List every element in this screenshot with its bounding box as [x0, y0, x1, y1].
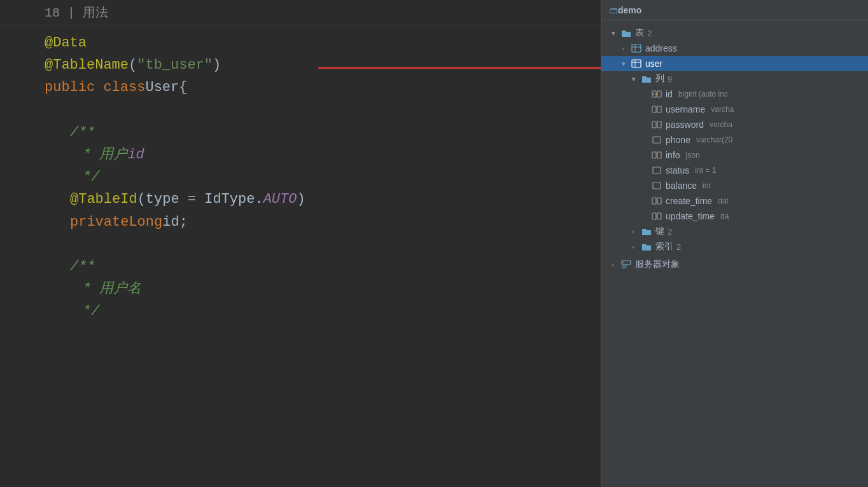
- chevron-indexes: [632, 243, 641, 250]
- col-icon-password: [651, 119, 662, 130]
- col-password-type: varcha: [710, 120, 732, 129]
- user-label: user: [645, 58, 662, 69]
- folder-icon-indexes: [641, 241, 652, 252]
- code-line-5: /**: [45, 121, 588, 144]
- col-id-type: bigint (auto inc: [678, 90, 728, 99]
- chevron-address: [622, 45, 631, 52]
- columns-label: 列: [655, 73, 664, 85]
- svg-rect-5: [632, 60, 641, 67]
- col-balance-label: balance: [666, 181, 697, 191]
- col-phone-type: varchar(20: [696, 135, 732, 144]
- col-icon-create-time: [651, 195, 662, 207]
- col-icon-username: [651, 104, 662, 115]
- col-status-label: status: [666, 165, 689, 175]
- col-create-time-label: create_time: [666, 196, 712, 206]
- svg-rect-13: [657, 106, 661, 113]
- col-create-time[interactable]: create_time dat: [601, 193, 868, 209]
- section-keys[interactable]: 键 2: [601, 224, 868, 239]
- svg-rect-16: [653, 137, 661, 143]
- code-line-blank1: [45, 99, 588, 121]
- table-address[interactable]: address: [601, 41, 868, 56]
- col-password-label: password: [666, 120, 704, 130]
- svg-rect-18: [657, 152, 661, 158]
- folder-icon-keys: [641, 226, 652, 237]
- chevron-user: [622, 60, 631, 68]
- code-line-1: @Data: [45, 32, 588, 54]
- col-id[interactable]: id bigint (auto inc: [601, 86, 868, 102]
- folder-icon-columns: [641, 73, 652, 85]
- top-comment: 18 | 用法: [45, 6, 108, 20]
- col-icon-info: [651, 149, 662, 161]
- col-phone-label: phone: [666, 135, 690, 145]
- chevron-keys: [632, 228, 641, 235]
- col-balance[interactable]: balance int: [601, 178, 868, 193]
- chevron-server-objects: [612, 261, 620, 268]
- code-content: @Data @TableName("tb_user") public class…: [0, 25, 601, 335]
- svg-rect-14: [652, 121, 656, 128]
- svg-rect-2: [632, 45, 641, 52]
- code-line-11: /**: [45, 256, 588, 278]
- col-username[interactable]: username varcha: [601, 102, 868, 117]
- arrow-svg: [318, 59, 601, 78]
- svg-rect-9: [657, 91, 661, 97]
- col-icon-balance: [651, 180, 662, 191]
- col-balance-type: int: [703, 181, 711, 190]
- col-username-type: varcha: [711, 105, 734, 114]
- section-columns[interactable]: 列 9: [601, 71, 868, 86]
- code-line-blank2: [45, 233, 588, 256]
- col-update-time-type: da: [720, 212, 729, 221]
- code-line-7: */: [45, 166, 588, 188]
- col-username-label: username: [666, 104, 705, 114]
- col-icon-id: [651, 88, 662, 100]
- code-line-3: public class User {: [45, 76, 588, 99]
- code-panel: 18 | 用法 @Data @TableName("tb_user") publ…: [0, 0, 601, 487]
- col-info[interactable]: info json: [601, 147, 868, 163]
- col-info-label: info: [666, 150, 680, 160]
- server-objects-label: 服务器对象: [635, 259, 680, 270]
- svg-rect-22: [657, 198, 661, 204]
- section-server-objects[interactable]: 服务器对象: [601, 257, 868, 272]
- col-icon-update-time: [651, 210, 662, 222]
- address-label: address: [645, 43, 677, 53]
- col-status[interactable]: status int = 1: [601, 163, 868, 178]
- svg-rect-20: [653, 182, 661, 189]
- db-name-icon: 🗃: [609, 5, 618, 15]
- db-panel: 🗃 demo 表 2 address: [601, 0, 868, 487]
- col-info-type: json: [686, 151, 700, 160]
- db-name-label: demo: [618, 5, 641, 15]
- tables-label: 表: [635, 27, 644, 39]
- col-phone[interactable]: phone varchar(20: [601, 132, 868, 147]
- svg-rect-17: [652, 152, 656, 158]
- section-indexes[interactable]: 索引 2: [601, 239, 868, 254]
- indexes-label: 索引: [655, 241, 673, 252]
- col-create-time-type: dat: [718, 196, 729, 205]
- svg-rect-21: [652, 198, 656, 204]
- col-password[interactable]: password varcha: [601, 117, 868, 132]
- chevron-tables: [612, 29, 620, 38]
- section-tables[interactable]: 表 2: [601, 25, 868, 41]
- folder-icon-tables: [620, 27, 632, 39]
- svg-rect-12: [652, 106, 656, 113]
- code-line-9: private Long id;: [45, 211, 588, 233]
- db-tree: 表 2 address: [601, 20, 868, 277]
- col-id-label: id: [666, 89, 673, 99]
- col-update-time-label: update_time: [666, 211, 715, 221]
- svg-point-11: [653, 93, 654, 95]
- db-header-bar: 🗃 demo: [601, 0, 868, 20]
- table-icon-address: [631, 43, 642, 54]
- col-update-time[interactable]: update_time da: [601, 209, 868, 224]
- svg-rect-19: [653, 167, 661, 174]
- server-objects-icon: [620, 259, 632, 270]
- col-icon-status: [651, 165, 662, 176]
- table-icon-user: [631, 58, 642, 69]
- code-line-12: * 用户名: [45, 278, 588, 300]
- svg-rect-15: [657, 121, 661, 128]
- code-line-6: * 用户id: [45, 144, 588, 166]
- col-icon-phone: [651, 134, 662, 146]
- code-line-8: @TableId(type = IdType.AUTO): [45, 188, 588, 210]
- annotation-tablename: @TableName: [45, 54, 129, 76]
- table-user[interactable]: user: [601, 56, 868, 71]
- code-line-2: @TableName("tb_user"): [45, 54, 588, 76]
- svg-rect-24: [657, 213, 661, 219]
- keys-label: 键: [655, 226, 664, 237]
